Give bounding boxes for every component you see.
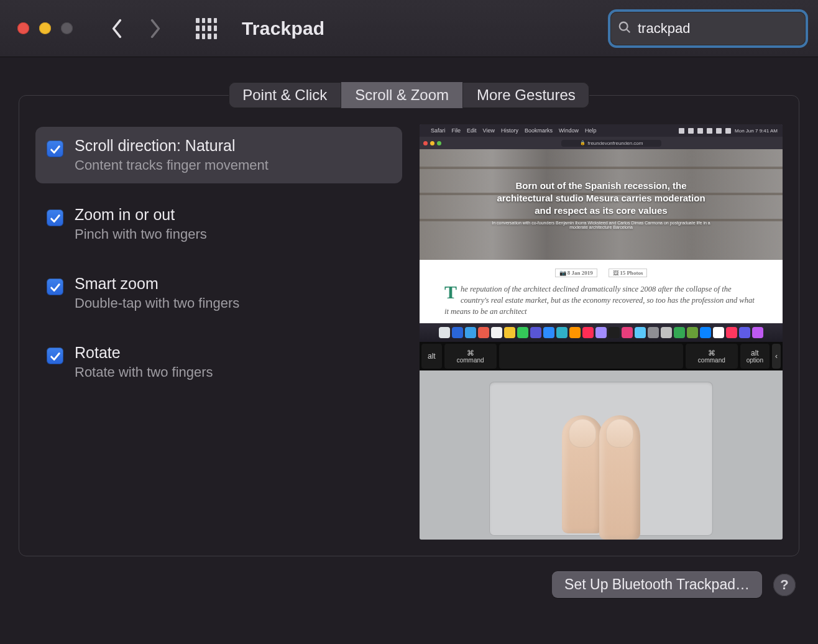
option-text: Scroll direction: Natural Content tracks…	[75, 137, 269, 173]
preview-laptop-body	[420, 370, 783, 540]
checkbox-smart-zoom[interactable]	[47, 278, 63, 295]
setup-bluetooth-button[interactable]: Set Up Bluetooth Trackpad…	[552, 571, 762, 598]
option-title: Rotate	[75, 344, 213, 362]
menubar-clock: Mon Jun 7 9:41 AM	[735, 128, 778, 134]
menu-item: Edit	[467, 127, 477, 134]
dock-app-icon	[713, 327, 724, 338]
checkbox-rotate[interactable]	[47, 347, 63, 364]
show-all-icon[interactable]	[196, 18, 217, 39]
dock-app-icon	[648, 327, 659, 338]
touchbar-arrow-icon: ‹	[772, 344, 781, 369]
checkbox-zoom[interactable]	[47, 209, 63, 226]
key-command-left: ⌘command	[444, 344, 497, 369]
menubar-status: Mon Jun 7 9:41 AM	[679, 128, 778, 134]
dock-app-icon	[687, 327, 698, 338]
key-command-right: ⌘command	[686, 344, 738, 369]
preview-fingers	[562, 415, 640, 540]
preview-touchbar: altoption ⌘command ⌘command altoption ‹	[420, 342, 783, 370]
options-list: Scroll direction: Natural Content tracks…	[35, 124, 402, 540]
preview-hero: Born out of the Spanish recession, the a…	[420, 149, 783, 260]
search-field[interactable]	[610, 12, 806, 45]
dock-app-icon	[569, 327, 581, 338]
forward-button[interactable]	[149, 18, 162, 39]
option-rotate[interactable]: Rotate Rotate with two fingers	[35, 334, 402, 390]
search-input[interactable]	[638, 21, 809, 37]
key-alt-right: altoption	[740, 344, 770, 369]
menu-item: Safari	[431, 127, 446, 134]
option-text: Smart zoom Double-tap with two fingers	[75, 275, 239, 311]
hero-line: architectural studio Mesura carries mode…	[497, 192, 705, 205]
dock-app-icon	[452, 327, 463, 338]
article-text: he reputation of the architect declined …	[444, 285, 755, 316]
dock-app-icon	[739, 327, 750, 338]
option-title: Zoom in or out	[75, 206, 207, 224]
option-text: Zoom in or out Pinch with two fingers	[75, 206, 207, 242]
preview-dock	[420, 323, 783, 342]
dock-app-icon	[556, 327, 568, 338]
dock-app-icon	[635, 327, 646, 338]
option-subtitle: Double-tap with two fingers	[75, 295, 239, 311]
help-button[interactable]: ?	[773, 574, 796, 596]
dock-app-icon	[517, 327, 528, 338]
menu-item: File	[452, 127, 461, 134]
dock-app-icon	[622, 327, 633, 338]
dock-app-icon	[726, 327, 737, 338]
option-text: Rotate Rotate with two fingers	[75, 344, 213, 380]
dock-app-icon	[465, 327, 476, 338]
meta-date: 📷 8 Jan 2019	[555, 269, 597, 277]
traffic-lights	[17, 22, 73, 34]
menu-item: Bookmarks	[525, 127, 553, 134]
back-button[interactable]	[110, 18, 124, 39]
hero-sub: In conversation with co-founders Benjami…	[489, 221, 713, 229]
option-subtitle: Content tracks finger movement	[75, 157, 269, 173]
dock-app-icon	[700, 327, 711, 338]
option-title: Smart zoom	[75, 275, 239, 293]
menu-item: Help	[585, 127, 597, 134]
gesture-preview: Safari File Edit View History Bookmarks …	[420, 124, 783, 540]
tab-scroll-zoom[interactable]: Scroll & Zoom	[341, 82, 463, 108]
footer: Set Up Bluetooth Trackpad… ?	[0, 556, 818, 598]
dock-app-icon	[439, 327, 450, 338]
minimize-window-button[interactable]	[39, 22, 51, 34]
option-scroll-direction[interactable]: Scroll direction: Natural Content tracks…	[35, 127, 402, 183]
tab-more-gestures[interactable]: More Gestures	[463, 82, 589, 108]
svg-point-0	[620, 22, 628, 30]
preview-article: 📷 8 Jan 2019 🖼 15 Photos The reputation …	[420, 260, 783, 323]
preview-hero-text: Born out of the Spanish recession, the a…	[420, 149, 783, 260]
preview-article-body: The reputation of the architect declined…	[444, 283, 758, 317]
zoom-window-button[interactable]	[61, 22, 73, 34]
option-subtitle: Pinch with two fingers	[75, 226, 207, 242]
preview-meta: 📷 8 Jan 2019 🖼 15 Photos	[444, 269, 758, 277]
touchbar-spacer	[499, 344, 683, 369]
tab-point-click[interactable]: Point & Click	[229, 82, 341, 108]
key-alt-left: altoption	[421, 344, 442, 369]
dock-app-icon	[504, 327, 515, 338]
menu-item: Window	[559, 127, 579, 134]
dock-app-icon	[661, 327, 672, 338]
menu-item: History	[501, 127, 518, 134]
option-subtitle: Rotate with two fingers	[75, 364, 213, 380]
page-title: Trackpad	[242, 18, 324, 39]
finger-icon	[562, 415, 603, 533]
nav-buttons	[110, 18, 162, 39]
dock-app-icon	[530, 327, 541, 338]
option-zoom[interactable]: Zoom in or out Pinch with two fingers	[35, 196, 402, 252]
preview-browser-chrome: freundevonfreunden.com	[420, 137, 783, 149]
dock-app-icon	[752, 327, 763, 338]
close-window-button[interactable]	[17, 22, 29, 34]
tab-bar: Point & Click Scroll & Zoom More Gesture…	[229, 82, 589, 108]
settings-panel: Scroll direction: Natural Content tracks…	[19, 95, 799, 556]
preview-url: freundevonfreunden.com	[561, 140, 662, 147]
preview-menubar: Safari File Edit View History Bookmarks …	[420, 124, 783, 137]
svg-line-1	[627, 29, 630, 32]
finger-icon	[599, 415, 640, 540]
dock-app-icon	[674, 327, 685, 338]
dock-app-icon	[609, 327, 620, 338]
option-smart-zoom[interactable]: Smart zoom Double-tap with two fingers	[35, 265, 402, 321]
checkbox-scroll-direction[interactable]	[47, 140, 63, 157]
meta-photos: 🖼 15 Photos	[609, 269, 648, 277]
dock-app-icon	[478, 327, 489, 338]
menu-item: View	[483, 127, 495, 134]
window-toolbar: Trackpad	[0, 0, 818, 57]
dock-app-icon	[543, 327, 554, 338]
